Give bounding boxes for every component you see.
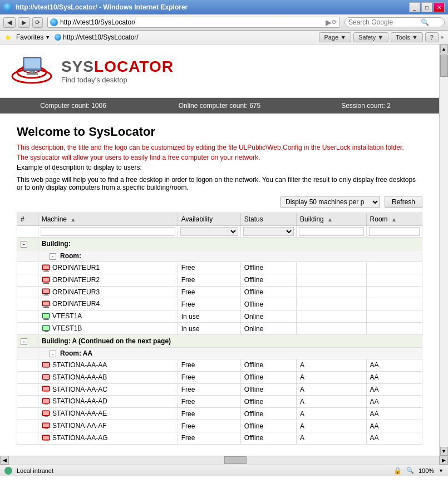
display-select[interactable]: Display 10 machines per p Display 25 mac…	[280, 196, 380, 208]
subgroup-aa-expand-cell	[17, 347, 38, 359]
group-expand-button[interactable]: -	[21, 241, 27, 248]
safety-button[interactable]: Safety ▼	[353, 32, 388, 42]
svg-rect-22	[43, 307, 49, 308]
zoom-icon: 🔍	[406, 467, 414, 474]
row-availability: Free	[178, 408, 240, 420]
zoom-dropdown-icon[interactable]: ▼	[439, 468, 444, 474]
col-header-machine[interactable]: Machine ▲	[38, 213, 178, 226]
row-status: Offline	[240, 432, 296, 444]
horizontal-scrollbar[interactable]: ◀ ▶	[0, 456, 448, 465]
tools-button[interactable]: Tools ▼	[391, 32, 423, 42]
computer-count: Computer count: 1006	[0, 101, 146, 111]
availability-filter-select[interactable]: Free In use	[180, 227, 238, 236]
col-header-status[interactable]: Status	[240, 213, 296, 226]
group-label-cell: Building:	[38, 238, 422, 250]
svg-rect-36	[45, 379, 48, 381]
favorites-label[interactable]: Favorites ▼	[16, 33, 50, 41]
scroll-left-button[interactable]: ◀	[0, 456, 9, 465]
table-body: - Building: - Room:	[17, 238, 422, 445]
refresh-nav-button[interactable]: ⟳	[32, 17, 43, 28]
machine-filter-input[interactable]	[41, 227, 175, 236]
svg-rect-51	[45, 440, 48, 441]
table-row: STATIONA-AA-AE Free Offline A AA	[17, 408, 422, 420]
status-filter-select[interactable]: Online Offline	[243, 227, 294, 236]
row-num	[17, 371, 38, 383]
filter-building-cell	[297, 226, 367, 238]
group-a-expand-button[interactable]: -	[21, 338, 27, 345]
refresh-button[interactable]: Refresh	[385, 196, 422, 208]
zoom-level: 100%	[419, 467, 434, 474]
subgroup-expand-cell	[17, 250, 38, 262]
row-availability: Free	[178, 274, 240, 286]
scroll-right-button[interactable]: ▶	[439, 456, 448, 465]
svg-rect-20	[43, 302, 49, 305]
row-status: Offline	[240, 359, 296, 371]
row-num	[17, 432, 38, 444]
row-machine: STATIONA-AA-AG	[38, 432, 178, 444]
row-availability: In use	[178, 310, 240, 323]
vertical-scrollbar[interactable]: ▲ ▼	[439, 45, 448, 456]
page-button[interactable]: Page ▼	[319, 32, 351, 42]
col-header-availability[interactable]: Availability	[178, 213, 240, 226]
filter-machine-cell	[38, 226, 178, 238]
help-button[interactable]: ?	[425, 32, 439, 42]
room-sort-icon: ▲	[391, 216, 397, 223]
close-button[interactable]: ✕	[434, 2, 445, 12]
go-icon[interactable]: ▶	[326, 18, 332, 27]
search-icon[interactable]: 🔍	[421, 18, 429, 26]
row-availability: Free	[178, 262, 240, 274]
row-num	[17, 323, 38, 335]
subgroup-aa-expand-button[interactable]: -	[50, 351, 56, 357]
intranet-icon	[4, 467, 12, 475]
svg-rect-13	[45, 282, 48, 283]
col-header-room[interactable]: Room ▲	[366, 213, 422, 226]
row-num	[17, 396, 38, 408]
address-input[interactable]	[60, 18, 323, 26]
row-availability: Free	[178, 286, 240, 298]
expand-toolbar-icon[interactable]: »	[441, 34, 444, 40]
row-status: Offline	[240, 298, 296, 310]
filter-room-cell	[366, 226, 422, 238]
row-status: Offline	[240, 408, 296, 420]
row-num	[17, 286, 38, 298]
forward-button[interactable]: ▶	[18, 17, 30, 28]
statusbar: Local intranet 🔒 🔍 100% ▼	[0, 465, 448, 476]
building-filter-input[interactable]	[299, 227, 364, 236]
row-status: Online	[240, 310, 296, 323]
table-row: STATIONA-AA-AA Free Offline A AA	[17, 359, 422, 371]
search-bar: 🔍	[344, 17, 445, 27]
svg-rect-33	[45, 367, 48, 368]
svg-rect-29	[45, 331, 48, 332]
page-icon	[50, 18, 58, 26]
display-select-wrapper: Display 10 machines per p Display 25 mac…	[280, 196, 380, 208]
scroll-thumb[interactable]	[440, 55, 448, 77]
row-availability: Free	[178, 432, 240, 444]
col-header-building[interactable]: Building ▲	[297, 213, 367, 226]
machine-offline-icon	[42, 362, 51, 369]
h-scroll-thumb[interactable]	[224, 456, 247, 464]
svg-rect-35	[43, 375, 49, 379]
subgroup-expand-button[interactable]: -	[50, 253, 56, 260]
maximize-button[interactable]: □	[421, 2, 432, 12]
svg-rect-44	[43, 411, 49, 415]
svg-rect-4	[24, 58, 40, 68]
col-header-num: #	[17, 213, 38, 226]
minimize-button[interactable]: _	[409, 2, 420, 12]
status-text: Local intranet	[17, 467, 53, 474]
machine-status-icon	[42, 312, 52, 320]
row-building: A	[297, 383, 367, 396]
search-input[interactable]	[348, 18, 421, 26]
refresh-address-button[interactable]: ⟳	[332, 18, 337, 26]
svg-rect-25	[45, 318, 48, 319]
back-button[interactable]: ◀	[3, 17, 16, 28]
row-machine: ORDINATEUR3	[38, 286, 178, 298]
room-filter-input[interactable]	[369, 227, 420, 236]
row-num	[17, 298, 38, 310]
row-num	[17, 262, 38, 274]
fav-url-item[interactable]: http://vtest10/SysLocator/	[55, 33, 138, 41]
row-availability: Free	[178, 359, 240, 371]
scroll-down-button[interactable]: ▼	[440, 447, 448, 456]
scroll-up-button[interactable]: ▲	[440, 45, 448, 53]
page-body: Welcome to SysLocator This description, …	[0, 114, 439, 456]
building-a-group-row: - Building: A (Continued on the next pag…	[17, 334, 422, 347]
